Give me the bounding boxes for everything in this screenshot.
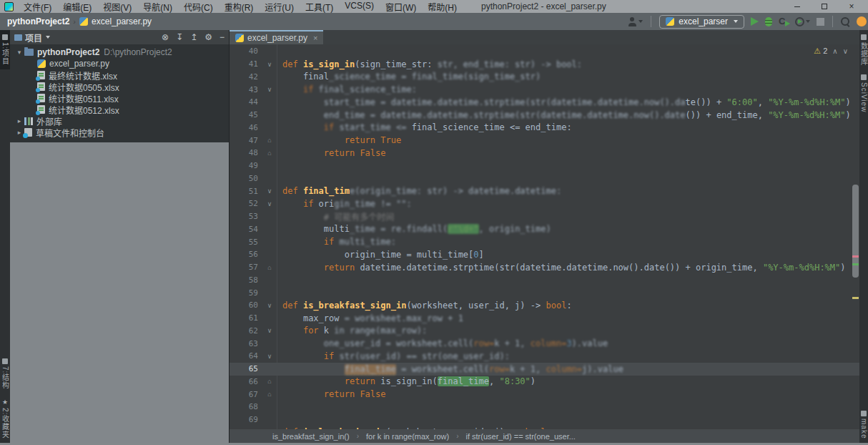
breadcrumb-item[interactable]: for k in range(max_row) [366, 432, 449, 441]
tree-item-xlsx[interactable]: 最终统计数据.xlsx [10, 69, 229, 81]
code-line-67[interactable]: 67⌂ return False [230, 388, 859, 401]
code-line-55[interactable]: 55 if multi_time: [230, 235, 859, 248]
chevron-down-icon[interactable] [46, 36, 50, 39]
tool-window-tab-make[interactable]: make [860, 406, 868, 443]
tree-item-excel_parserpy[interactable]: excel_parser.py [10, 58, 229, 69]
settings-gear-icon[interactable]: ⚙ [204, 33, 212, 41]
user-menu-button[interactable] [628, 17, 643, 26]
tree-chevron-icon[interactable]: ▾ [16, 49, 23, 56]
menu-item-v[interactable]: 视图(V) [97, 0, 137, 14]
code-line-54[interactable]: 54 multi_time = re.findall(r"\d+", origi… [230, 223, 859, 236]
fold-marker-icon[interactable]: ⌂ [264, 150, 275, 157]
code-line-43[interactable]: 43∨ if final_science_time: [230, 83, 859, 96]
menu-item-c[interactable]: 代码(C) [178, 0, 219, 14]
code-line-64[interactable]: 64∨ if str(user_id) == str(one_user_id): [230, 350, 859, 363]
menu-item-t[interactable]: 工具(T) [300, 0, 339, 14]
menu-item-vcss[interactable]: VCS(S) [339, 0, 380, 14]
profiler-button[interactable] [795, 17, 810, 26]
tab-excel-parser[interactable]: excel_parser.py × [230, 30, 323, 44]
code-line-51[interactable]: 51∨def final_time(origin_time: str) -> d… [230, 185, 859, 197]
debug-button[interactable] [765, 17, 772, 26]
prev-warning-button[interactable]: ∧ [832, 47, 837, 55]
inspection-widget[interactable]: ⚠ 2 ∧ ∨ [814, 47, 848, 56]
fold-marker-icon[interactable]: ∨ [264, 353, 275, 360]
locate-icon[interactable]: ⊗ [162, 33, 169, 41]
code-line-69[interactable]: 69 [230, 414, 859, 426]
code-line-50[interactable]: 50 [230, 172, 859, 185]
hide-panel-icon[interactable]: − [220, 33, 225, 41]
tool-window-tab-SciView[interactable]: SciView [860, 70, 868, 117]
maximize-button[interactable] [811, 1, 838, 13]
fold-marker-icon[interactable]: ∨ [264, 302, 275, 309]
tool-window-tab-7[interactable]: 7:结构 [0, 354, 10, 393]
fold-marker-icon[interactable]: ∨ [264, 200, 275, 207]
code-line-52[interactable]: 52∨ if origin_time != "": [230, 197, 859, 210]
fold-marker-icon[interactable]: ⌂ [264, 137, 275, 144]
code-line-40[interactable]: 40 [230, 45, 859, 58]
search-everywhere-button[interactable] [841, 17, 850, 26]
code-line-44[interactable]: 44 start_time = datetime.datetime.strpti… [230, 96, 859, 109]
code-line-66[interactable]: 66⌂ return is_sign_in(final_time, "8:30"… [230, 376, 859, 388]
fold-marker-icon[interactable]: ⌂ [264, 264, 275, 271]
code-line-57[interactable]: 57⌂ return datetime.datetime.strptime(st… [230, 261, 859, 274]
menu-item-f[interactable]: 文件(F) [18, 0, 57, 14]
code-editor[interactable]: 4041∨def is_sign_in(sign_time_str: str, … [230, 44, 859, 429]
tree-item-[interactable]: ▸外部库 [10, 115, 229, 127]
tree-item-pythonProject2[interactable]: ▾pythonProject2D:\pythonProject2 [10, 47, 229, 58]
code-line-48[interactable]: 48⌂ return False [230, 147, 859, 160]
tree-item-0505xlsx[interactable]: 统计数据0505.xlsx [10, 81, 229, 92]
stop-button[interactable] [817, 18, 824, 26]
run-button[interactable] [751, 17, 759, 26]
breadcrumb-item[interactable]: is_breakfast_sign_in() [272, 432, 350, 441]
fold-marker-icon[interactable]: ⌂ [264, 378, 275, 385]
code-line-70[interactable]: 70def is_lunch_sign_in(worksheet, user_i… [230, 426, 859, 430]
breadcrumb-file[interactable]: excel_parser.py [92, 16, 152, 26]
next-warning-button[interactable]: ∨ [843, 47, 848, 55]
run-with-coverage-button[interactable]: C [779, 16, 789, 26]
code-line-42[interactable]: 42 final_science_time = final_time(sign_… [230, 71, 859, 84]
fold-marker-icon[interactable]: ∨ [264, 187, 275, 195]
code-line-59[interactable]: 59 [230, 286, 859, 299]
code-line-53[interactable]: 53 # 可能有多个时间 [230, 210, 859, 223]
menu-item-u[interactable]: 运行(U) [259, 0, 300, 14]
fold-marker-icon[interactable]: ∨ [264, 327, 275, 334]
close-button[interactable]: × [838, 1, 865, 13]
code-line-45[interactable]: 45 end_time = datetime.datetime.strptime… [230, 109, 859, 122]
code-line-58[interactable]: 58 [230, 274, 859, 287]
tree-item-[interactable]: ▸草稿文件和控制台 [10, 127, 229, 138]
project-panel-title[interactable]: 项目 [25, 31, 42, 44]
run-configuration-select[interactable]: excel_parser [659, 15, 744, 29]
code-line-65[interactable]: 65 final_time = worksheet.cell(row=k + 1… [230, 363, 859, 376]
breadcrumb-item[interactable]: if str(user_id) == str(one_user... [465, 432, 575, 441]
menu-item-e[interactable]: 编辑(E) [57, 0, 97, 14]
code-line-41[interactable]: 41∨def is_sign_in(sign_time_str: str, en… [230, 58, 859, 71]
expand-all-icon[interactable]: ↥ [190, 33, 197, 41]
menu-item-n[interactable]: 导航(N) [137, 0, 178, 14]
minimize-button[interactable] [784, 1, 811, 13]
tree-chevron-icon[interactable]: ▸ [16, 117, 23, 124]
breadcrumb-project[interactable]: pythonProject2 [7, 16, 69, 26]
fold-marker-icon[interactable]: ∨ [264, 86, 275, 93]
notification-icon[interactable] [857, 16, 867, 26]
fold-marker-icon[interactable]: ∨ [264, 61, 275, 68]
code-line-68[interactable]: 68 [230, 401, 859, 414]
code-line-47[interactable]: 47⌂ return True [230, 134, 859, 147]
code-line-56[interactable]: 56 origin_time = multi_time[0] [230, 248, 859, 261]
tool-window-tab-2[interactable]: ★2:收藏夹 [0, 394, 10, 443]
code-line-62[interactable]: 62∨ for k in range(max_row): [230, 325, 859, 338]
collapse-all-icon[interactable]: ↧ [176, 33, 183, 41]
fold-marker-icon[interactable]: ⌂ [264, 391, 275, 398]
menu-item-w[interactable]: 窗口(W) [380, 0, 422, 14]
code-line-46[interactable]: 46 if start_time <= final_science_time <… [230, 122, 859, 135]
menu-item-r[interactable]: 重构(R) [219, 0, 260, 14]
code-line-49[interactable]: 49 [230, 160, 859, 172]
tool-window-tab-1[interactable]: 1:项目 [0, 30, 10, 69]
code-line-60[interactable]: 60∨def is_breakfast_sign_in(worksheet, u… [230, 299, 859, 312]
tree-item-0511xlsx[interactable]: 统计数据0511.xlsx [10, 92, 229, 104]
tree-item-0512xlsx[interactable]: 统计数据0512.xlsx [10, 104, 229, 115]
tab-close-icon[interactable]: × [313, 34, 317, 42]
code-line-63[interactable]: 63 one_user_id = worksheet.cell(row=k + … [230, 337, 859, 350]
menu-item-h[interactable]: 帮助(H) [422, 0, 463, 14]
tool-window-tab-[interactable]: 数据库 [859, 30, 868, 70]
code-line-61[interactable]: 61 max_row = worksheet.max_row + 1 [230, 312, 859, 325]
